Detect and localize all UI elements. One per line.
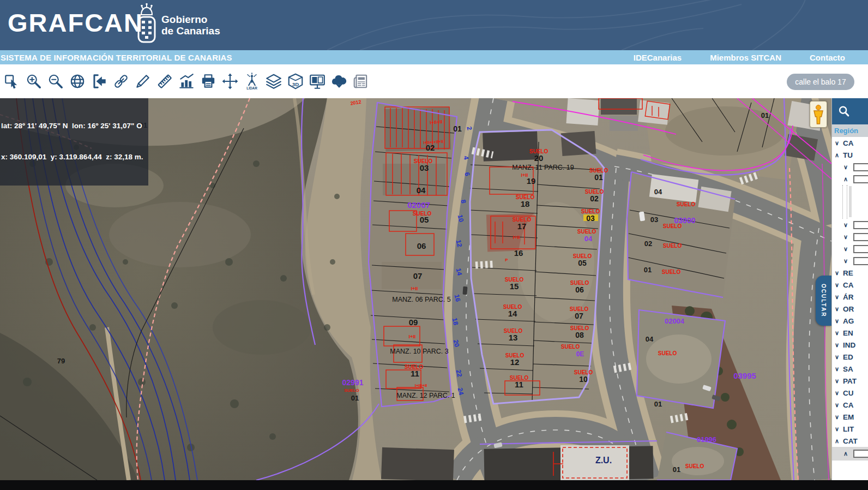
tool-compare-button[interactable] (308, 70, 328, 92)
chevron-down-icon[interactable]: ∨ (835, 330, 843, 337)
map-label: 03995 (733, 371, 756, 380)
chevron-down-icon[interactable]: ∨ (835, 366, 843, 373)
tool-download-button[interactable] (329, 70, 349, 92)
chevron-down-icon[interactable]: ∨ (843, 222, 852, 229)
layer-item-ca[interactable]: ∨CA (832, 137, 868, 149)
tool-measure-button[interactable] (155, 70, 175, 92)
layer-item[interactable]: ∧ (832, 447, 868, 461)
chevron-up-icon[interactable]: ∧ (843, 450, 852, 457)
layer-item[interactable]: ∧ (832, 173, 868, 185)
layer-item-cu[interactable]: ∨CU (832, 387, 868, 399)
layer-item-em[interactable]: ∨EM (832, 411, 868, 423)
layer-item[interactable]: ∨ (832, 243, 868, 255)
layer-item-cat[interactable]: ∧CAT (832, 435, 868, 447)
map-label: SUELO (685, 463, 704, 469)
map-label: SUELO (561, 344, 580, 350)
tool-previous-extent-button[interactable] (89, 70, 110, 92)
sidebar-search-button[interactable] (832, 98, 868, 124)
layer-checkbox[interactable] (853, 233, 868, 241)
layer-item-tu[interactable]: ∧TU (832, 149, 868, 161)
chevron-down-icon[interactable]: ∨ (835, 414, 843, 421)
coordinates-xyz: x: 360.109,01 y: 3.119.864,44 z: 32,18 m… (1, 152, 143, 162)
map-label: 01996 (697, 435, 716, 444)
tool-print-button[interactable] (198, 70, 219, 92)
layer-item-ind[interactable]: ∨IND (832, 339, 868, 351)
chevron-down-icon[interactable]: ∨ (835, 402, 843, 409)
tool-zoom-out-button[interactable] (46, 70, 66, 92)
layer-checkbox[interactable] (853, 450, 868, 458)
tool-view-3d-button[interactable]: 3D (286, 70, 306, 92)
header: GRAFCAN Gobierno de Canarias (0, 0, 868, 50)
layer-item-ed[interactable]: ∨ED (832, 351, 868, 363)
layer-checkbox[interactable] (853, 221, 868, 229)
coordinates-readout: lat: 28º 11' 49,75" N lon: 16º 25' 31,07… (0, 98, 148, 186)
chevron-down-icon[interactable]: ∨ (835, 390, 843, 397)
tool-link-button[interactable] (111, 70, 131, 92)
search-input[interactable]: calle el balo 17 (787, 74, 854, 90)
layer-checkbox[interactable] (853, 163, 868, 171)
chevron-down-icon[interactable]: ∨ (835, 282, 843, 289)
chevron-down-icon[interactable]: ∨ (843, 164, 852, 171)
map-label: 04 (417, 186, 426, 195)
chevron-down-icon[interactable]: ∨ (835, 426, 843, 433)
chevron-up-icon[interactable]: ∧ (835, 438, 843, 445)
map-label: 20 (534, 153, 544, 163)
tool-globe-button[interactable] (68, 70, 88, 92)
layer-item-sa[interactable]: ∨SA (832, 363, 868, 375)
chevron-down-icon[interactable]: ∨ (835, 294, 843, 301)
nav-link-idecanarias[interactable]: IDECanarias (634, 53, 682, 62)
tool-draw-button[interactable] (133, 70, 153, 92)
gobierno-canarias-crest-icon (134, 3, 159, 47)
tool-lidar-button[interactable]: LIDAR (242, 70, 262, 92)
layer-item[interactable]: ∨ (832, 219, 868, 231)
layer-item-ag[interactable]: ∨AG (832, 315, 868, 327)
chevron-down-icon[interactable]: ∨ (835, 354, 843, 361)
tool-chart-button[interactable] (177, 70, 197, 92)
layer-item-ca[interactable]: ∨CA (832, 399, 868, 411)
nav-link-miembros-sitcan[interactable]: Miembros SITCAN (710, 53, 781, 62)
map-label: 01 (673, 465, 680, 474)
layer-item-ár[interactable]: ∨ÁR (832, 291, 868, 303)
tool-street-view-button[interactable] (220, 70, 240, 92)
chevron-down-icon[interactable]: ∨ (835, 306, 843, 313)
layer-item-or[interactable]: ∨OR (832, 303, 868, 315)
search-icon (837, 105, 851, 118)
map-label: 01 (761, 111, 769, 119)
chevron-down-icon[interactable]: ∨ (835, 378, 843, 385)
map-label: I+II (411, 286, 418, 291)
chevron-down-icon[interactable]: ∨ (843, 258, 852, 265)
chevron-down-icon[interactable]: ∨ (835, 342, 843, 349)
layer-item[interactable]: ∨ (832, 231, 868, 243)
layer-item-ca[interactable]: ∨CA (832, 279, 868, 291)
layer-checkbox[interactable] (853, 257, 868, 265)
map-label: 03 (420, 163, 429, 172)
map-label: SUELO (658, 350, 677, 356)
tree-scroll-thumb[interactable] (849, 186, 852, 217)
tool-zoom-in-button[interactable] (24, 70, 44, 92)
panel-title: Región (832, 124, 868, 137)
chevron-down-icon[interactable]: ∨ (843, 246, 852, 253)
layer-checkbox[interactable] (853, 245, 868, 253)
layer-checkbox[interactable] (853, 175, 868, 183)
tool-news-button[interactable] (351, 70, 371, 92)
chevron-down-icon[interactable]: ∨ (843, 234, 852, 241)
layer-item[interactable]: ∨ (832, 255, 868, 267)
tool-layers-button[interactable] (264, 70, 284, 92)
layer-item-lit[interactable]: ∨LIT (832, 423, 868, 435)
layer-item-en[interactable]: ∨EN (832, 327, 868, 339)
layer-item-label: OR (843, 305, 854, 313)
street-view-pegman[interactable] (810, 101, 827, 128)
chevron-up-icon[interactable]: ∧ (835, 152, 843, 159)
hide-panel-tab[interactable]: OCULTAR (816, 276, 831, 326)
tool-select-button[interactable] (2, 70, 22, 92)
layer-item-pat[interactable]: ∨PAT (832, 375, 868, 387)
map-label: 04 (646, 335, 654, 343)
chevron-down-icon[interactable]: ∨ (835, 318, 843, 325)
layer-item[interactable]: ∨ (832, 161, 868, 173)
map-label: 01 (644, 266, 652, 274)
chevron-up-icon[interactable]: ∧ (843, 176, 852, 183)
nav-link-contacto[interactable]: Contacto (810, 53, 845, 62)
layer-item-re[interactable]: ∨RE (832, 267, 868, 279)
chevron-down-icon[interactable]: ∨ (835, 270, 843, 277)
chevron-down-icon[interactable]: ∨ (835, 140, 843, 147)
